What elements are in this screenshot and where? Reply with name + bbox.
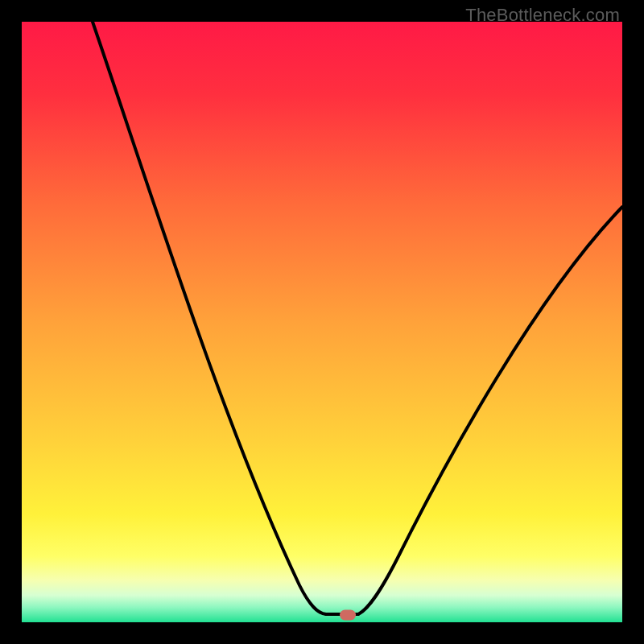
optimal-point-marker: [340, 610, 356, 621]
bottleneck-curve: [22, 22, 622, 622]
plot-area: [22, 22, 622, 622]
chart-frame: TheBottleneck.com: [0, 0, 644, 644]
